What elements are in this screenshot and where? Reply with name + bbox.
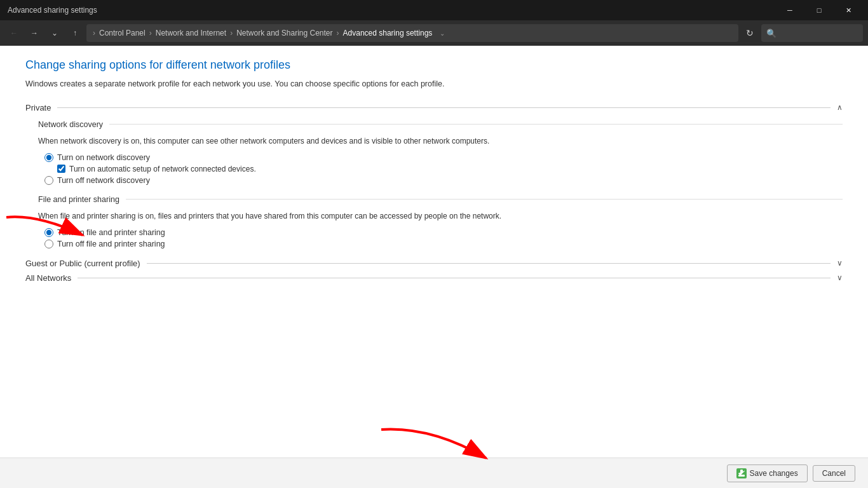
save-button-label: Save changes	[750, 469, 798, 478]
save-changes-button[interactable]: Save changes	[727, 464, 808, 482]
window-title: Advanced sharing settings	[8, 6, 97, 15]
breadcrumb-network-sharing[interactable]: Network and Sharing Center	[236, 29, 332, 37]
all-networks-chevron-icon[interactable]: ∨	[837, 273, 843, 282]
close-button[interactable]: ✕	[834, 0, 863, 20]
maximize-button[interactable]: □	[804, 0, 834, 20]
private-section-title: Private	[25, 103, 51, 112]
history-button[interactable]: ⌄	[46, 24, 64, 42]
turn-on-file-sharing-label[interactable]: Turn on file and printer sharing	[57, 228, 165, 237]
network-discovery-header: Network discovery	[38, 120, 843, 129]
breadcrumb-expand[interactable]: ⌄	[435, 24, 450, 42]
file-sharing-options: Turn on file and printer sharing Turn of…	[38, 228, 843, 248]
window-controls: ─ □ ✕	[775, 0, 863, 20]
breadcrumb-control-panel[interactable]: Control Panel	[99, 29, 146, 37]
network-discovery-title: Network discovery	[38, 120, 103, 129]
up-button[interactable]: ↑	[66, 24, 84, 42]
network-discovery-description: When network discovery is on, this compu…	[38, 135, 843, 147]
auto-setup-checkbox[interactable]	[57, 165, 65, 173]
auto-setup-label: Turn on automatic setup of network conne…	[69, 165, 256, 173]
private-section-divider	[57, 107, 831, 108]
guest-public-chevron-icon[interactable]: ∨	[837, 259, 843, 268]
file-sharing-description: When file and printer sharing is on, fil…	[38, 210, 843, 222]
turn-off-file-sharing-radio[interactable]	[44, 240, 53, 248]
private-section-content: Network discovery When network discovery…	[25, 120, 843, 248]
cancel-button[interactable]: Cancel	[813, 465, 855, 482]
address-bar: ← → ⌄ ↑ › Control Panel › Network and In…	[0, 20, 868, 46]
network-discovery-divider	[109, 124, 843, 125]
svg-rect-5	[740, 470, 743, 473]
guest-public-title: Guest or Public (current profile)	[25, 259, 140, 268]
radio-item: Turn on file and printer sharing	[44, 228, 843, 237]
all-networks-title: All Networks	[25, 273, 71, 283]
file-sharing-header: File and printer sharing	[38, 195, 843, 204]
address-input[interactable]: › Control Panel › Network and Internet ›…	[86, 24, 738, 42]
radio-item: Turn off network discovery	[44, 176, 843, 185]
private-chevron-icon[interactable]: ∧	[837, 103, 843, 112]
title-bar: Advanced sharing settings ─ □ ✕	[0, 0, 868, 20]
back-button[interactable]: ←	[5, 24, 23, 42]
turn-on-network-discovery-label[interactable]: Turn on network discovery	[57, 153, 150, 162]
turn-on-file-sharing-radio[interactable]	[44, 228, 53, 237]
forward-button[interactable]: →	[25, 24, 43, 42]
file-sharing-divider	[126, 199, 843, 200]
breadcrumb-advanced-sharing[interactable]: Advanced sharing settings	[343, 29, 433, 37]
file-sharing-title: File and printer sharing	[38, 195, 119, 204]
turn-on-network-discovery-radio[interactable]	[44, 153, 53, 162]
all-networks-divider	[78, 278, 831, 278]
bottom-bar: Save changes Cancel	[0, 458, 868, 488]
private-section-header[interactable]: Private ∧	[25, 103, 843, 112]
turn-off-file-sharing-label[interactable]: Turn off file and printer sharing	[57, 240, 165, 248]
minimize-button[interactable]: ─	[775, 0, 804, 20]
save-icon	[736, 468, 747, 478]
turn-off-network-discovery-label[interactable]: Turn off network discovery	[57, 176, 150, 185]
refresh-button[interactable]: ↻	[741, 24, 759, 42]
main-content: Change sharing options for different net…	[0, 46, 868, 458]
auto-setup-checkbox-item: Turn on automatic setup of network conne…	[57, 165, 843, 173]
turn-off-network-discovery-radio[interactable]	[44, 176, 53, 185]
guest-public-divider	[147, 263, 831, 264]
network-discovery-options: Turn on network discovery Turn on automa…	[38, 153, 843, 185]
search-box[interactable]: 🔍	[761, 24, 863, 42]
radio-item: Turn on network discovery	[44, 153, 843, 162]
svg-rect-4	[738, 475, 745, 477]
breadcrumb-network-internet[interactable]: Network and Internet	[156, 29, 226, 37]
page-title: Change sharing options for different net…	[25, 58, 843, 72]
guest-public-section-header[interactable]: Guest or Public (current profile) ∨	[25, 259, 843, 268]
radio-item: Turn off file and printer sharing	[44, 240, 843, 248]
page-description: Windows creates a separate network profi…	[25, 78, 843, 90]
all-networks-section-header[interactable]: All Networks ∨	[25, 273, 843, 283]
